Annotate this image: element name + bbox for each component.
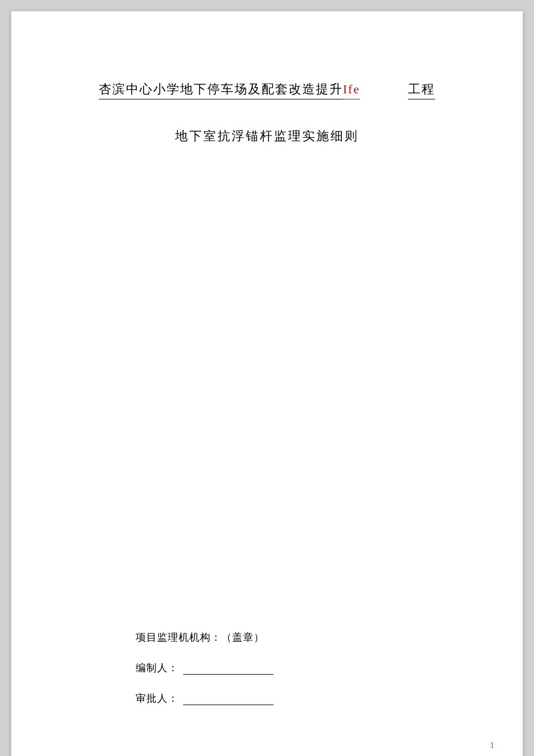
content-area [68, 145, 466, 359]
document-page: 杏滨中心小学地下停车场及配套改造提升 Ife 工程 地下室抗浮锚杆监理实施细则 … [11, 11, 523, 756]
editor-value-line [183, 661, 273, 675]
title-section: 杏滨中心小学地下停车场及配套改造提升 Ife 工程 [68, 79, 466, 99]
title-part-ife: Ife [343, 79, 360, 99]
editor-label: 编制人： [136, 661, 179, 675]
reviewer-value-line [183, 692, 273, 705]
title-part1: 杏滨中心小学地下停车场及配套改造提升 [99, 79, 343, 99]
reviewer-row: 审批人： [136, 692, 466, 705]
organization-label: 项目监理机机构： [136, 631, 222, 644]
organization-value: （盖章） [222, 631, 264, 644]
title-gap [371, 82, 397, 97]
organization-row: 项目监理机机构： （盖章） [136, 631, 466, 644]
editor-row: 编制人： [136, 661, 466, 675]
page-number: 1 [490, 740, 494, 750]
main-title-line: 杏滨中心小学地下停车场及配套改造提升 Ife 工程 [68, 79, 466, 99]
info-section: 项目监理机机构： （盖章） 编制人： 审批人： [68, 631, 466, 722]
subtitle: 地下室抗浮锚杆监理实施细则 [68, 128, 466, 145]
reviewer-label: 审批人： [136, 692, 179, 705]
title-part2: 工程 [408, 79, 435, 99]
